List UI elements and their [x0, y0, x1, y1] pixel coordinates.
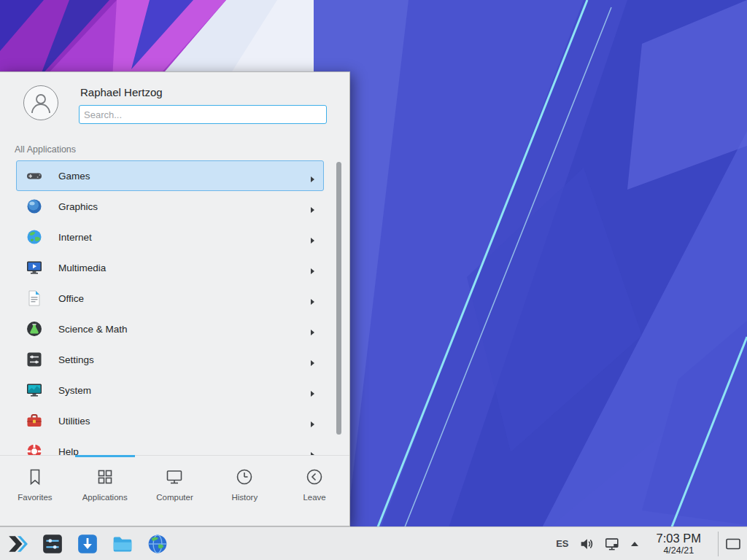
application-category-list: Games Graphics [0, 160, 349, 455]
category-science-math[interactable]: Science & Math [16, 314, 324, 344]
category-graphics[interactable]: Graphics [16, 191, 324, 222]
folder-icon [112, 533, 133, 555]
task-discover-button[interactable] [76, 532, 99, 556]
chevron-right-icon [310, 448, 315, 455]
tab-computer[interactable]: Computer [140, 456, 210, 525]
network-icon[interactable] [604, 536, 620, 552]
taskbar-panel: ES 7:03 PM 4/24/21 [0, 526, 747, 560]
category-label: Office [58, 293, 84, 304]
chevron-right-icon [310, 203, 315, 217]
task-mixer-button[interactable] [41, 532, 64, 556]
section-label: All Applications [15, 144, 349, 155]
sphere-icon [26, 198, 43, 215]
clock-widget[interactable]: 7:03 PM 4/24/21 [657, 532, 701, 556]
category-label: Help [58, 446, 79, 456]
volume-icon[interactable] [578, 536, 595, 552]
category-label: Science & Math [58, 324, 128, 335]
category-internet[interactable]: Internet [16, 222, 324, 252]
show-desktop-button[interactable] [718, 532, 741, 556]
category-games[interactable]: Games [16, 160, 324, 191]
lifebuoy-icon [26, 443, 43, 455]
computer-icon [164, 467, 185, 487]
category-label: Games [58, 171, 90, 182]
category-system[interactable]: System [16, 375, 324, 405]
tab-label: Favorites [18, 493, 52, 502]
globe-icon [26, 228, 43, 246]
document-icon [26, 289, 43, 307]
tab-label: Computer [156, 493, 193, 502]
launcher-header: Raphael Hertzog [0, 72, 349, 134]
sliders-icon [26, 351, 43, 368]
chevron-right-icon [310, 173, 315, 186]
expand-tray-icon[interactable] [630, 539, 640, 549]
list-scrollbar[interactable] [336, 160, 341, 455]
application-launcher-icon [7, 533, 28, 555]
tab-favorites[interactable]: Favorites [0, 456, 70, 525]
scrollbar-handle[interactable] [336, 162, 341, 435]
system-tray: ES 7:03 PM 4/24/21 [556, 532, 741, 556]
tab-label: Applications [82, 493, 128, 502]
category-utilities[interactable]: Utilities [16, 405, 324, 436]
tab-history[interactable]: History [209, 456, 279, 525]
category-label: System [58, 385, 91, 396]
monitor-play-icon [26, 259, 43, 276]
gamepad-icon [26, 167, 43, 184]
chevron-right-icon [310, 418, 315, 431]
tab-label: Leave [303, 493, 325, 502]
clock-time: 7:03 PM [657, 532, 701, 545]
person-icon [28, 90, 53, 115]
chevron-right-icon [310, 357, 315, 370]
category-help[interactable]: Help [16, 436, 324, 455]
show-desktop-icon [725, 537, 741, 551]
browser-globe-icon [147, 533, 169, 555]
system-monitor-icon [26, 381, 43, 399]
task-web-browser-button[interactable] [146, 532, 169, 556]
chevron-right-icon [310, 265, 315, 278]
category-label: Graphics [58, 201, 98, 212]
chevron-right-icon [310, 295, 315, 308]
category-label: Internet [58, 232, 92, 243]
keyboard-layout-indicator[interactable]: ES [556, 538, 568, 549]
category-label: Settings [58, 354, 94, 365]
grid-icon [95, 467, 115, 487]
flask-icon [26, 320, 43, 338]
bookmark-icon [25, 467, 45, 487]
application-launcher-button[interactable] [6, 532, 29, 556]
category-label: Utilities [58, 416, 90, 427]
tab-leave[interactable]: Leave [279, 456, 349, 525]
category-settings[interactable]: Settings [16, 344, 324, 375]
chevron-right-icon [310, 326, 315, 339]
launcher-tab-bar: Favorites Applications Co [0, 455, 349, 525]
tab-label: History [231, 493, 258, 502]
discover-icon [77, 533, 98, 555]
user-name: Raphael Hertzog [80, 86, 327, 98]
task-file-manager-button[interactable] [111, 532, 134, 556]
clock-date: 4/24/21 [657, 545, 701, 556]
search-input[interactable] [79, 105, 327, 124]
clock-icon [234, 467, 255, 487]
tab-applications[interactable]: Applications [70, 456, 140, 525]
chevron-right-icon [310, 234, 315, 247]
user-avatar[interactable] [23, 85, 58, 120]
chevron-right-icon [310, 387, 315, 400]
category-label: Multimedia [58, 262, 106, 273]
toolbox-icon [26, 412, 43, 429]
application-launcher-menu: Raphael Hertzog All Applications Games [0, 71, 350, 526]
mixer-icon [42, 533, 63, 555]
category-office[interactable]: Office [16, 283, 324, 314]
leave-icon [304, 467, 325, 487]
category-multimedia[interactable]: Multimedia [16, 252, 324, 283]
